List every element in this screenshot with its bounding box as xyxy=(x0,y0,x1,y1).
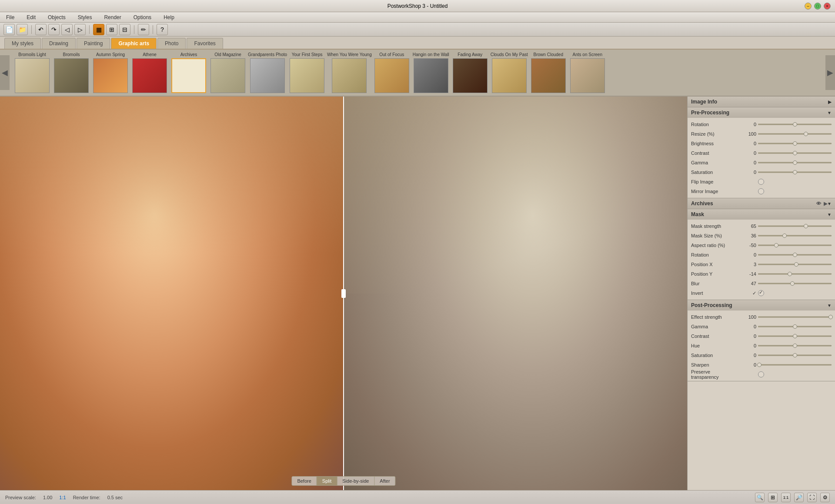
style-tabs: My styles Drawing Painting Graphic arts … xyxy=(0,37,835,50)
saturation-pre-slider[interactable] xyxy=(758,169,832,175)
view-split-button[interactable]: Split xyxy=(317,477,337,485)
settings-button[interactable]: ⚙ xyxy=(820,493,830,502)
thumb-archives[interactable]: Archives xyxy=(170,52,208,93)
tab-my-styles[interactable]: My styles xyxy=(4,38,41,49)
mask-strength-slider[interactable] xyxy=(758,223,832,229)
strip-nav-left[interactable]: ◀ xyxy=(0,55,10,90)
hue-slider[interactable] xyxy=(758,343,832,349)
close-button[interactable]: × xyxy=(824,3,831,10)
hair-overlay-left xyxy=(0,97,344,254)
panel-image-info-header[interactable]: Image Info ▶ xyxy=(688,97,835,107)
titlebar-title: PostworkShop 3 - Untitled xyxy=(387,3,448,9)
history-back-button[interactable]: ◁ xyxy=(61,24,73,35)
brightness-slider[interactable] xyxy=(758,140,832,147)
archives-eye-icon[interactable]: 👁 xyxy=(816,201,821,207)
view-before-button[interactable]: Before xyxy=(292,477,317,485)
preserve-transparency-checkbox[interactable] xyxy=(758,371,764,377)
resize-slider[interactable] xyxy=(758,131,832,137)
blur-slider[interactable] xyxy=(758,280,832,287)
help-button[interactable]: ? xyxy=(157,24,168,35)
history-forward-button[interactable]: ▷ xyxy=(74,24,86,35)
panel-mask-header[interactable]: Mask ▼ xyxy=(688,209,835,220)
param-row-invert: Invert ✓ xyxy=(691,288,832,298)
position-x-slider[interactable] xyxy=(758,261,832,267)
fullscreen-button[interactable]: ⛶ xyxy=(807,493,817,502)
thumb-when-you-were-young[interactable]: When You Were Young xyxy=(327,52,372,93)
select-rect-button[interactable]: ▦ xyxy=(93,24,104,35)
param-row-saturation-pre: Saturation 0 xyxy=(691,167,832,177)
effect-strength-slider[interactable] xyxy=(758,314,832,320)
archives-arrow-icon[interactable]: ▶ xyxy=(824,201,827,207)
thumb-autumn-spring[interactable]: Autumn Spring xyxy=(91,52,130,93)
thumb-grandparents-photo[interactable]: Grandparents Photo xyxy=(248,52,287,93)
hair-overlay-right xyxy=(344,97,687,294)
gamma-post-slider[interactable] xyxy=(758,324,832,330)
contrast-post-slider[interactable] xyxy=(758,333,832,339)
menu-styles[interactable]: Styles xyxy=(75,13,95,21)
menu-file[interactable]: File xyxy=(3,13,17,21)
thumb-out-of-focus[interactable]: Out of Focus xyxy=(373,52,411,93)
tab-graphic-arts[interactable]: Graphic arts xyxy=(111,38,157,49)
thumb-ants-on-screen[interactable]: Ants on Screen xyxy=(568,52,607,93)
thumb-bromoils[interactable]: Bromoils xyxy=(52,52,90,93)
param-row-position-y: Position Y -14 xyxy=(691,269,832,279)
select-multi-button[interactable]: ⊟ xyxy=(119,24,130,35)
mirror-image-checkbox[interactable] xyxy=(758,188,764,194)
new-button[interactable]: 📄 xyxy=(3,24,15,35)
render-time-value: 0.5 sec xyxy=(107,495,123,500)
strip-nav-right[interactable]: ▶ xyxy=(825,55,835,90)
menu-help[interactable]: Help xyxy=(161,13,177,21)
param-row-mask-rotation: Rotation 0 xyxy=(691,250,832,260)
flip-image-checkbox[interactable] xyxy=(758,179,764,185)
fit-button[interactable]: ⊞ xyxy=(768,493,778,502)
panel-post-processing-header[interactable]: Post-Processing ▼ xyxy=(688,300,835,310)
thumb-bromoils-light[interactable]: Bromoils Light xyxy=(13,52,51,93)
minimize-button[interactable]: – xyxy=(805,3,812,10)
zoom-out-button[interactable]: 🔍 xyxy=(755,493,765,502)
view-after-button[interactable]: After xyxy=(374,477,395,485)
maximize-button[interactable]: □ xyxy=(814,3,821,10)
thumb-brown-clouded[interactable]: Brown Clouded xyxy=(529,52,568,93)
tab-drawing[interactable]: Drawing xyxy=(42,38,76,49)
open-button[interactable]: 📁 xyxy=(17,24,28,35)
panel-pre-processing-header[interactable]: Pre-Processing ▼ xyxy=(688,107,835,118)
sharpen-slider[interactable] xyxy=(758,362,832,368)
tab-favorites[interactable]: Favorites xyxy=(187,38,223,49)
param-row-contrast-post: Contrast 0 xyxy=(691,331,832,341)
saturation-post-slider[interactable] xyxy=(758,352,832,358)
select-grid-button[interactable]: ⊞ xyxy=(106,24,117,35)
aspect-ratio-slider[interactable] xyxy=(758,242,832,248)
param-row-position-x: Position X 3 xyxy=(691,260,832,269)
panel-archives: Archives 👁 ▶ ▼ xyxy=(688,198,835,209)
param-row-rotation: Rotation 0 xyxy=(691,120,832,129)
undo-button[interactable]: ↶ xyxy=(35,24,47,35)
gamma-pre-slider[interactable] xyxy=(758,160,832,166)
thumb-your-first-steps[interactable]: Your First Steps xyxy=(288,52,326,93)
mask-size-slider[interactable] xyxy=(758,233,832,239)
menu-edit[interactable]: Edit xyxy=(24,13,38,21)
thumb-fading-away[interactable]: Fading Away xyxy=(451,52,489,93)
position-y-slider[interactable] xyxy=(758,271,832,277)
invert-checkbox[interactable] xyxy=(758,290,764,296)
brush-button[interactable]: ✏ xyxy=(138,24,149,35)
thumb-athene[interactable]: Athene xyxy=(130,52,169,93)
menu-render[interactable]: Render xyxy=(101,13,124,21)
mask-body: Mask strength 65 Mask Size (%) 36 xyxy=(688,220,835,300)
contrast-pre-slider[interactable] xyxy=(758,150,832,156)
menu-objects[interactable]: Objects xyxy=(45,13,68,21)
rotation-slider[interactable] xyxy=(758,121,832,127)
zoom-100-button[interactable]: 1:1 xyxy=(781,493,791,502)
tab-painting[interactable]: Painting xyxy=(77,38,110,49)
thumb-hangin-on-the-wall[interactable]: Hangin on the Wall xyxy=(412,52,450,93)
menu-options[interactable]: Options xyxy=(131,13,154,21)
thumb-clouds-on-my-past[interactable]: Clouds On My Past xyxy=(490,52,528,93)
thumb-old-magazine[interactable]: Old Magazine xyxy=(209,52,247,93)
panel-archives-header[interactable]: Archives 👁 ▶ ▼ xyxy=(688,198,835,209)
param-row-mask-strength: Mask strength 65 xyxy=(691,221,832,231)
mask-rotation-slider[interactable] xyxy=(758,252,832,258)
redo-button[interactable]: ↷ xyxy=(48,24,60,35)
view-side-by-side-button[interactable]: Side-by-side xyxy=(337,477,374,485)
zoom-in-button[interactable]: 🔎 xyxy=(794,493,804,502)
canvas-grab-handle[interactable] xyxy=(341,289,346,298)
tab-photo[interactable]: Photo xyxy=(157,38,186,49)
